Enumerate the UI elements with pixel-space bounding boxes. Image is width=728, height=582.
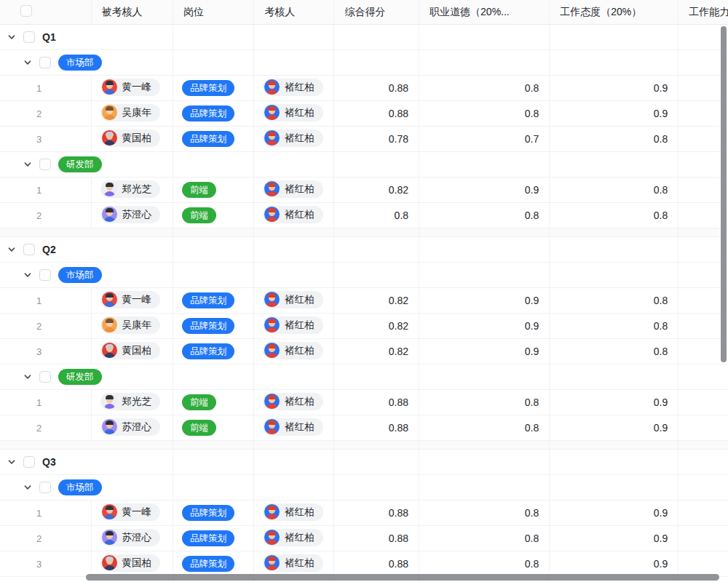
column-header-ability: 工作能力（60%） [678, 0, 728, 25]
empty-cell [173, 152, 253, 178]
assessor-chip: 褚红柏 [263, 180, 323, 198]
row-index: 2 [0, 321, 41, 332]
position-cell: 品牌策划 [173, 127, 253, 152]
assessor-cell: 褚红柏 [254, 551, 334, 577]
ethics-cell: 0.8 [419, 501, 550, 526]
column-header-label: 岗位 [183, 6, 204, 17]
chevron-down-icon[interactable] [23, 271, 32, 279]
person-name: 苏澄心 [122, 208, 152, 221]
person-cell: 黄一峰 [91, 501, 173, 526]
person-chip: 吴康年 [100, 104, 161, 121]
department-checkbox[interactable] [39, 482, 51, 493]
ethics-cell: 0.9 [419, 314, 550, 339]
position-badge: 品牌策划 [182, 505, 234, 521]
position-badge: 品牌策划 [182, 318, 234, 334]
empty-cell [173, 50, 253, 76]
column-header-label: 综合得分 [344, 6, 385, 17]
avatar-icon [102, 79, 117, 95]
assessor-chip: 褚红柏 [263, 529, 323, 546]
column-header-tree [0, 0, 91, 25]
row-index-cell: 1 [0, 76, 91, 101]
assessor-chip: 褚红柏 [263, 503, 323, 521]
row-index-cell: 2 [0, 415, 91, 441]
ability-cell [678, 551, 728, 577]
empty-cell [550, 25, 678, 50]
empty-cell [550, 228, 678, 237]
empty-cell [173, 364, 253, 390]
person-cell: 苏澄心 [91, 415, 173, 441]
person-name: 褚红柏 [285, 293, 314, 306]
ability-cell [678, 415, 728, 441]
empty-cell [254, 441, 334, 450]
position-cell: 前端 [173, 390, 253, 415]
department-checkbox[interactable] [39, 159, 51, 170]
person-chip: 黄一峰 [100, 291, 161, 308]
department-cell: 研发部 [0, 364, 173, 390]
department-cell: 市场部 [0, 475, 173, 501]
ethics-cell: 0.9 [419, 339, 550, 364]
row-index: 2 [0, 108, 41, 119]
group-checkbox[interactable] [23, 31, 35, 43]
attitude-cell: 0.9 [550, 76, 678, 101]
row-index-cell: 2 [0, 203, 91, 228]
department-row: 市场部 [0, 475, 728, 501]
department-row: 市场部 [0, 263, 728, 288]
row-index: 3 [0, 559, 41, 570]
vertical-scrollbar-thumb[interactable] [721, 26, 727, 362]
department-row: 研发部 [0, 152, 728, 178]
group-cell: Q2 [0, 237, 173, 263]
department-cell: 研发部 [0, 152, 173, 178]
group-checkbox[interactable] [23, 456, 35, 468]
empty-cell [334, 25, 419, 50]
chevron-down-icon[interactable] [23, 160, 32, 169]
row-index: 1 [0, 83, 41, 94]
group-checkbox[interactable] [23, 244, 35, 255]
chevron-down-icon[interactable] [23, 58, 32, 67]
avatar-icon [264, 130, 280, 146]
ability-cell [678, 526, 728, 551]
position-cell: 品牌策划 [173, 314, 253, 339]
group-cell: Q1 [0, 25, 173, 50]
empty-cell [419, 364, 550, 390]
assessor-chip: 褚红柏 [263, 418, 323, 436]
table-row: 2吴康年品牌策划褚红柏0.820.90.8 [0, 314, 728, 339]
chevron-down-icon[interactable] [23, 483, 32, 492]
assessor-cell: 褚红柏 [254, 178, 334, 203]
table-row: 3黄国柏品牌策划褚红柏0.820.90.8 [0, 339, 728, 364]
person-name: 苏澄心 [122, 531, 152, 544]
person-name: 苏澄心 [122, 420, 152, 434]
department-checkbox[interactable] [39, 269, 51, 281]
chevron-down-icon[interactable] [7, 245, 16, 254]
department-badge: 市场部 [58, 267, 102, 283]
person-chip: 黄国柏 [100, 554, 161, 572]
horizontal-scrollbar-thumb[interactable] [86, 574, 719, 581]
table-row: 1黄一峰品牌策划褚红柏0.880.80.9 [0, 501, 728, 526]
avatar-icon [264, 181, 280, 196]
position-cell: 品牌策划 [173, 101, 253, 127]
ethics-cell: 0.7 [419, 127, 550, 152]
chevron-down-icon[interactable] [23, 372, 32, 381]
empty-cell [419, 237, 550, 263]
position-cell: 品牌策划 [173, 526, 253, 551]
department-checkbox[interactable] [39, 371, 51, 383]
table-row: 3黄国柏品牌策划褚红柏0.780.70.8 [0, 127, 728, 152]
ethics-cell: 0.8 [419, 551, 550, 577]
row-index-cell: 2 [0, 101, 91, 127]
department-row: 市场部 [0, 50, 728, 76]
empty-cell [334, 263, 419, 288]
ethics-cell: 0.8 [419, 526, 550, 551]
chevron-down-icon[interactable] [7, 33, 16, 41]
position-badge: 品牌策划 [182, 292, 234, 308]
attitude-cell: 0.9 [550, 526, 678, 551]
department-checkbox[interactable] [39, 57, 51, 68]
person-cell: 黄一峰 [91, 76, 173, 101]
position-badge: 品牌策划 [182, 343, 234, 359]
empty-cell [419, 263, 550, 288]
department-cell: 市场部 [0, 50, 173, 76]
department-row: 研发部 [0, 364, 728, 390]
chevron-down-icon[interactable] [7, 458, 16, 466]
department-cell: 市场部 [0, 263, 173, 288]
column-header-ethics: 职业道德（20%... [419, 0, 550, 25]
select-all-checkbox[interactable] [20, 5, 32, 17]
score-cell: 0.78 [334, 127, 419, 152]
